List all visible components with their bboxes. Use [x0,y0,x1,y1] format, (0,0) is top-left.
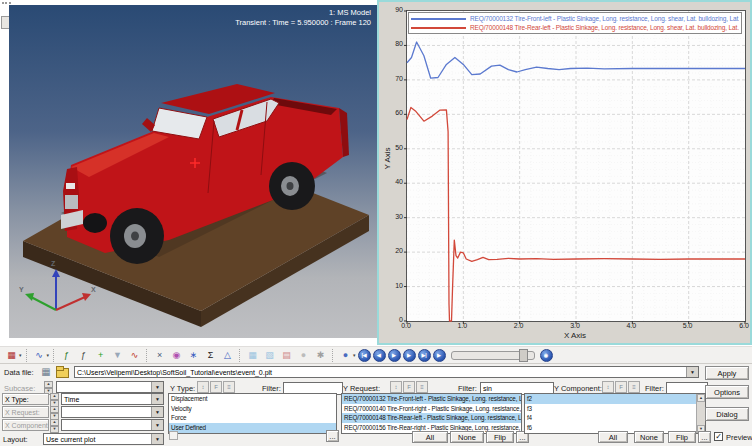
list-view-icon[interactable]: ≡ [223,381,235,393]
chevron-down-icon[interactable]: ▼ [151,434,163,444]
subcase-label: Subcase: [4,384,35,393]
list-item[interactable]: User Defined [169,423,336,433]
data-file-path-combo[interactable]: C:\Users\Velipemi\Desktop\SoftSoil_Tutor… [74,366,699,378]
x-tick-label: 2.0 [508,322,530,329]
chevron-down-icon[interactable]: ▼ [151,394,163,404]
chevron-down-icon[interactable]: ▾ [47,352,50,358]
list-item[interactable]: f2 [525,394,697,404]
toolbar-separator [332,349,334,362]
chevron-down-icon[interactable]: ▼ [686,367,698,377]
y-component-all-button[interactable]: All [598,431,628,443]
comment-icon[interactable]: ● [296,348,311,362]
zoom-curve-icon[interactable]: ∿ [127,348,142,362]
x-component-combo[interactable]: ▼ [61,419,164,431]
prev-frame-button[interactable]: ◀ [373,349,386,362]
color-wheel-icon[interactable]: ◉ [169,348,184,362]
list-item[interactable]: Force [169,413,336,423]
y-tick-label: 20 [381,247,403,254]
plot-type-icon[interactable]: ▦ [4,348,19,362]
dialog-button[interactable]: Dialog [705,407,749,421]
plot-window[interactable]: Y Axis 0102030405060708090 REQ/70000132 … [377,0,752,345]
report-icon[interactable]: ▤ [279,348,294,362]
list-item[interactable]: Displacement [169,394,336,404]
chevron-down-icon[interactable]: ▾ [353,352,356,358]
x-request-combo[interactable]: ▼ [61,406,164,418]
x-type-stepper[interactable]: ▲▼ [50,393,59,405]
x-type-combo[interactable]: Time▼ [61,393,164,405]
list-item[interactable]: REQ/70000140 Tire-Front-right - Plastic … [342,404,521,414]
sort-toggle-icon[interactable]: ↕ [602,381,614,393]
chevron-down-icon[interactable]: ▾ [19,352,22,358]
swap-curves-icon[interactable]: × [152,348,167,362]
subcase-stepper[interactable]: ▲▼ [44,381,53,393]
scroll-up-icon[interactable]: ▲ [697,394,705,402]
y-request-none-button[interactable]: None [450,431,484,443]
list-item[interactable]: Velocity [169,404,336,414]
play-loop-button[interactable]: ▶ [433,349,446,362]
filter-curves-icon[interactable]: ▼ [110,348,125,362]
y-component-flip-button[interactable]: Flip [668,431,696,443]
list-item[interactable]: f3 [525,404,697,414]
y-request-list[interactable]: REQ/70000132 Tire-Front-left - Plastic S… [341,393,522,434]
preview-checkbox[interactable]: ✓ [714,432,723,441]
layout-label: Layout: [3,435,28,444]
browse-file-icon[interactable] [56,368,69,378]
last-frame-button[interactable]: ▶| [418,349,431,362]
main-toolbar: ▦▾∿▾ƒƒ+▼∿×◉∗Σ△▦▧▤●✱●▾|◀◀▶▶▶|▶◉ [0,346,752,363]
legend-label: REQ/70000132 Tire-Front-left - Plastic S… [470,15,739,22]
sort-toggle-icon[interactable]: ↕ [197,381,209,393]
curve-measure-icon[interactable]: △ [220,348,235,362]
layout-combo[interactable]: Use current plot▼ [43,433,164,445]
statistics-icon[interactable]: Σ [203,348,218,362]
filter-toggle-icon[interactable]: F [210,381,222,393]
filter-toggle-icon[interactable]: F [403,381,415,393]
y-tick-label: 60 [381,109,403,116]
y-component-none-button[interactable]: None [634,431,664,443]
x-component-selector[interactable]: X Component: [2,419,49,431]
y-tick-label: 80 [381,40,403,47]
scrollbar[interactable]: ▲ ▼ [696,394,705,433]
list-item[interactable]: REQ/70000148 Tire-Rear-left - Plastic Si… [342,413,521,423]
y-component-more-button[interactable]: ... [698,431,711,443]
y-type-list[interactable]: DisplacementVelocityForceUser Defined [168,393,337,434]
list-item[interactable]: REQ/70000132 Tire-Front-left - Plastic S… [342,394,521,404]
slider-handle[interactable] [519,349,528,362]
clear-plot-icon[interactable]: ∗ [186,348,201,362]
edit-curve-icon[interactable]: ƒ [76,348,91,362]
frame-slider[interactable] [451,351,535,360]
play-button[interactable]: ▶ [388,349,401,362]
list-item[interactable]: f4 [525,413,697,423]
y-type-more-button[interactable]: ... [326,430,339,442]
animation-settings-icon[interactable]: ● [338,348,353,362]
settings-gear-icon[interactable]: ✱ [313,348,328,362]
chevron-down-icon[interactable]: ▼ [151,382,163,392]
x-component-stepper[interactable]: ▲▼ [50,419,59,431]
grid-page-icon[interactable]: ▦ [245,348,260,362]
x-type-selector[interactable]: X Type: [2,393,49,405]
list-view-icon[interactable]: ≡ [416,381,428,393]
x-request-stepper[interactable]: ▲▼ [50,406,59,418]
chevron-down-icon[interactable]: ▼ [151,407,163,417]
options-button[interactable]: Options [705,385,749,399]
chevron-down-icon[interactable]: ▼ [151,420,163,430]
x-request-selector[interactable]: X Request: [2,406,49,418]
y-request-all-button[interactable]: All [412,431,448,443]
filter-toggle-icon[interactable]: F [615,381,627,393]
add-page-icon[interactable]: ▧ [262,348,277,362]
plot-canvas[interactable] [406,10,746,322]
curve-style-icon[interactable]: ∿ [32,348,47,362]
y-request-flip-button[interactable]: Flip [486,431,514,443]
copy-curve-icon[interactable]: ƒ [59,348,74,362]
subcase-combo[interactable]: ▼ [56,381,164,393]
next-frame-button[interactable]: ▶ [403,349,416,362]
3d-viewport[interactable]: 1: MS Model Transient : Time = 5.950000 … [9,5,377,338]
sort-toggle-icon[interactable]: ↕ [390,381,402,393]
list-view-icon[interactable]: ≡ [628,381,640,393]
add-curve-icon[interactable]: + [93,348,108,362]
y-component-list[interactable]: ▲ ▼ f2f3f4f6 [524,393,706,434]
first-frame-button[interactable]: |◀ [358,349,371,362]
chart [407,11,745,321]
stop-button[interactable]: ◉ [540,349,553,362]
apply-button[interactable]: Apply [705,366,749,380]
reload-file-icon[interactable]: ▦ [40,366,52,377]
